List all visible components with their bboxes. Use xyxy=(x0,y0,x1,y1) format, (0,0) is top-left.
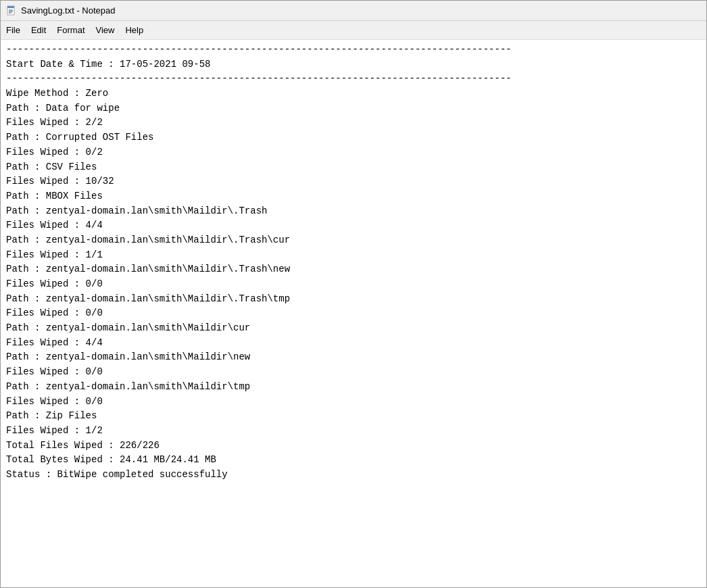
menu-file[interactable]: File xyxy=(1,24,26,36)
notepad-window: SavingLog.txt - Notepad File Edit Format… xyxy=(0,0,707,588)
app-icon xyxy=(6,5,17,16)
menu-help[interactable]: Help xyxy=(120,24,149,36)
svg-rect-1 xyxy=(7,6,14,8)
title-bar: SavingLog.txt - Notepad xyxy=(1,1,706,21)
menu-bar: File Edit Format View Help xyxy=(1,21,706,40)
menu-view[interactable]: View xyxy=(91,24,120,36)
text-editor[interactable]: ----------------------------------------… xyxy=(1,40,706,587)
menu-format[interactable]: Format xyxy=(51,24,90,36)
menu-edit[interactable]: Edit xyxy=(26,24,51,36)
window-title: SavingLog.txt - Notepad xyxy=(21,5,115,16)
